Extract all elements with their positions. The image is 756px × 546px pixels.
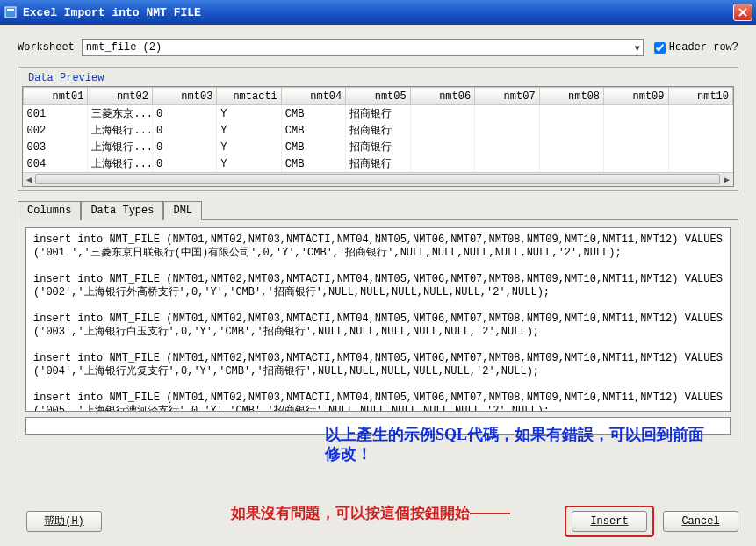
horizontal-scrollbar[interactable]: ◄ ► — [23, 172, 733, 186]
dml-panel: insert into NMT_FILE (NMT01,NMT02,NMT03,… — [18, 220, 738, 442]
column-header[interactable]: nmt02 — [88, 88, 152, 105]
tab-dml[interactable]: DML — [163, 201, 202, 220]
column-header[interactable]: nmt06 — [410, 88, 474, 105]
table-cell: 002 — [24, 122, 88, 139]
table-row[interactable]: 002上海银行...0YCMB招商银行 — [24, 122, 733, 139]
table-cell — [475, 105, 539, 123]
column-header[interactable]: nmt09 — [604, 88, 668, 105]
table-cell — [539, 155, 603, 172]
app-icon — [4, 5, 18, 19]
dml-stmt: insert into NMT_FILE (NMT01,NMT02,NMT03,… — [33, 313, 723, 339]
table-row[interactable]: 003上海银行...0YCMB招商银行 — [24, 139, 733, 155]
close-button[interactable] — [733, 4, 752, 21]
table-cell: 三菱东京... — [88, 105, 152, 123]
annotation-sql-note: 以上產生的示例SQL代碼，如果有錯誤，可以回到前面修改！ — [325, 425, 711, 463]
insert-highlight: Insert — [565, 506, 654, 537]
scroll-left-icon[interactable]: ◄ — [23, 173, 35, 186]
table-cell: Y — [217, 105, 281, 123]
cancel-button[interactable]: Cancel — [663, 511, 738, 532]
column-header[interactable]: nmt04 — [281, 88, 345, 105]
table-cell — [668, 105, 732, 123]
header-row-label: Header row? — [669, 41, 738, 54]
table-cell — [475, 155, 539, 172]
table-cell — [410, 105, 474, 123]
header-row-checkbox[interactable] — [654, 42, 666, 54]
table-cell: 0 — [152, 139, 216, 155]
column-header[interactable]: nmt07 — [475, 88, 539, 105]
table-cell — [668, 155, 732, 172]
table-cell — [604, 139, 668, 155]
table-cell — [604, 155, 668, 172]
table-cell — [539, 122, 603, 139]
dml-stmt: insert into NMT_FILE (NMT01,NMT02,NMT03,… — [33, 273, 723, 299]
table-cell: CMB — [281, 155, 345, 172]
dml-textarea[interactable]: insert into NMT_FILE (NMT01,NMT02,NMT03,… — [25, 227, 731, 412]
preview-table: nmt01nmt02nmt03nmtactinmt04nmt05nmt06nmt… — [23, 87, 733, 172]
worksheet-label: Worksheet — [18, 41, 75, 54]
column-header[interactable]: nmt10 — [668, 88, 732, 105]
dml-stmt: insert into NMT_FILE (NMT01,NMT02,NMT03,… — [33, 392, 723, 412]
help-button[interactable]: 帮助(H) — [26, 511, 102, 532]
table-cell — [410, 139, 474, 155]
data-preview-legend: Data Preview — [25, 72, 106, 84]
table-cell — [475, 139, 539, 155]
column-header[interactable]: nmtacti — [217, 88, 281, 105]
column-header[interactable]: nmt01 — [24, 88, 88, 105]
scroll-right-icon[interactable]: ► — [721, 173, 733, 186]
svg-rect-1 — [7, 9, 14, 11]
dml-stmt: insert into NMT_FILE (NMT01,NMT02,NMT03,… — [33, 352, 723, 378]
dml-stmt: insert into NMT_FILE (NMT01,NMT02,NMT03,… — [33, 233, 723, 260]
table-cell: Y — [217, 155, 281, 172]
table-cell: 003 — [24, 139, 88, 155]
table-cell — [668, 139, 732, 155]
table-cell — [604, 122, 668, 139]
table-cell: CMB — [281, 139, 345, 155]
table-cell: 上海银行... — [88, 155, 152, 172]
table-cell: CMB — [281, 122, 345, 139]
table-cell: 招商银行 — [346, 105, 410, 123]
table-cell: 004 — [24, 155, 88, 172]
table-cell: 招商银行 — [346, 155, 410, 172]
table-cell — [539, 139, 603, 155]
data-preview-group: Data Preview nmt01nmt02nmt03nmtactinmt04… — [18, 67, 738, 191]
table-cell: 上海银行... — [88, 139, 152, 155]
table-cell — [410, 155, 474, 172]
table-cell: 上海银行... — [88, 122, 152, 139]
table-cell: 001 — [24, 105, 88, 123]
column-header[interactable]: nmt03 — [152, 88, 216, 105]
table-cell: 招商银行 — [346, 139, 410, 155]
tab-datatypes[interactable]: Data Types — [81, 201, 163, 220]
table-cell — [604, 105, 668, 123]
column-header[interactable]: nmt05 — [346, 88, 410, 105]
svg-rect-0 — [5, 7, 16, 18]
scroll-thumb[interactable] — [35, 174, 720, 184]
table-cell: 0 — [152, 122, 216, 139]
tab-columns[interactable]: Columns — [18, 201, 81, 220]
table-cell: CMB — [281, 105, 345, 123]
column-header[interactable]: nmt08 — [539, 88, 603, 105]
worksheet-select[interactable]: nmt_file (2) — [82, 39, 644, 56]
table-cell: Y — [217, 122, 281, 139]
table-cell — [668, 122, 732, 139]
insert-button[interactable]: Insert — [572, 511, 647, 532]
titlebar: Excel Import into NMT FILE — [0, 0, 756, 25]
table-cell: Y — [217, 139, 281, 155]
window-title: Excel Import into NMT FILE — [23, 6, 733, 19]
table-cell — [410, 122, 474, 139]
table-cell — [475, 122, 539, 139]
worksheet-value: nmt_file (2) — [86, 41, 162, 54]
table-row[interactable]: 004上海银行...0YCMB招商银行 — [24, 155, 733, 172]
table-cell: 0 — [152, 105, 216, 123]
table-cell: 招商银行 — [346, 122, 410, 139]
table-cell: 0 — [152, 155, 216, 172]
table-cell — [539, 105, 603, 123]
table-row[interactable]: 001三菱东京...0YCMB招商银行 — [24, 105, 733, 123]
tab-bar: Columns Data Types DML — [18, 200, 738, 220]
